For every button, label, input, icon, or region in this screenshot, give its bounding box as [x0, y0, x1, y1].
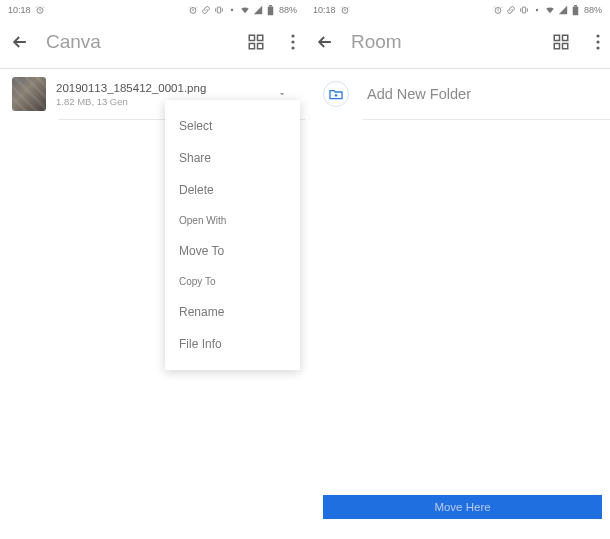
- svg-rect-15: [522, 7, 525, 13]
- svg-rect-22: [563, 44, 568, 49]
- more-icon[interactable]: [291, 34, 295, 50]
- wifi-icon: [240, 5, 250, 15]
- back-icon[interactable]: [10, 32, 30, 52]
- svg-rect-21: [554, 44, 559, 49]
- context-menu: Select Share Delete Open With Move To Co…: [165, 100, 300, 370]
- svg-rect-5: [270, 5, 273, 6]
- more-icon[interactable]: [596, 34, 600, 50]
- svg-point-16: [536, 9, 538, 11]
- svg-point-11: [291, 40, 294, 43]
- svg-rect-8: [249, 44, 254, 49]
- grid-view-icon[interactable]: [247, 33, 265, 51]
- menu-item-delete[interactable]: Delete: [165, 174, 300, 206]
- menu-item-open-with[interactable]: Open With: [165, 206, 300, 235]
- menu-item-file-info[interactable]: File Info: [165, 328, 300, 360]
- battery-text: 88%: [584, 5, 602, 15]
- svg-rect-4: [268, 6, 274, 15]
- battery-text: 88%: [279, 5, 297, 15]
- add-folder-row[interactable]: Add New Folder: [305, 69, 610, 119]
- statusbar-right: 10:18: [305, 0, 610, 20]
- alarm-icon: [188, 5, 198, 15]
- menu-item-move-to[interactable]: Move To: [165, 235, 300, 267]
- dot-icon: [532, 5, 542, 15]
- add-folder-icon: [323, 81, 349, 107]
- signal-icon: [558, 5, 568, 15]
- vibrate-icon: [519, 5, 529, 15]
- file-thumbnail: [12, 77, 46, 111]
- file-name: 20190113_185412_0001.png: [56, 82, 261, 94]
- left-phone: 10:18: [0, 0, 305, 539]
- alarm-icon: [493, 5, 503, 15]
- svg-rect-18: [575, 5, 578, 6]
- grid-view-icon[interactable]: [552, 33, 570, 51]
- add-folder-label: Add New Folder: [367, 86, 471, 102]
- right-phone: 10:18: [305, 0, 610, 539]
- menu-item-share[interactable]: Share: [165, 142, 300, 174]
- menu-item-copy-to[interactable]: Copy To: [165, 267, 300, 296]
- page-title: Room: [351, 31, 536, 53]
- divider: [363, 119, 610, 120]
- page-title: Canva: [46, 31, 231, 53]
- svg-rect-6: [249, 35, 254, 40]
- signal-icon: [253, 5, 263, 15]
- svg-point-23: [596, 34, 599, 37]
- dot-icon: [227, 5, 237, 15]
- menu-item-select[interactable]: Select: [165, 110, 300, 142]
- svg-rect-9: [258, 44, 263, 49]
- svg-point-10: [291, 34, 294, 37]
- link-icon: [201, 5, 211, 15]
- battery-icon: [266, 5, 276, 15]
- move-here-label: Move Here: [434, 501, 490, 513]
- clock-text: 10:18: [8, 5, 31, 15]
- svg-rect-17: [573, 6, 579, 15]
- statusbar-left: 10:18: [0, 0, 305, 20]
- svg-point-25: [596, 46, 599, 49]
- clock-text: 10:18: [313, 5, 336, 15]
- alarm-icon: [35, 5, 45, 15]
- svg-point-3: [231, 9, 233, 11]
- menu-item-rename[interactable]: Rename: [165, 296, 300, 328]
- svg-rect-2: [217, 7, 220, 13]
- back-icon[interactable]: [315, 32, 335, 52]
- chevron-down-icon[interactable]: [271, 89, 293, 99]
- alarm-icon: [340, 5, 350, 15]
- link-icon: [506, 5, 516, 15]
- svg-point-12: [291, 46, 294, 49]
- wifi-icon: [545, 5, 555, 15]
- svg-rect-20: [563, 35, 568, 40]
- svg-rect-19: [554, 35, 559, 40]
- move-here-button[interactable]: Move Here: [323, 495, 602, 519]
- svg-point-24: [596, 40, 599, 43]
- vibrate-icon: [214, 5, 224, 15]
- battery-icon: [571, 5, 581, 15]
- appbar-left: Canva: [0, 20, 305, 64]
- appbar-right: Room: [305, 20, 610, 64]
- svg-rect-7: [258, 35, 263, 40]
